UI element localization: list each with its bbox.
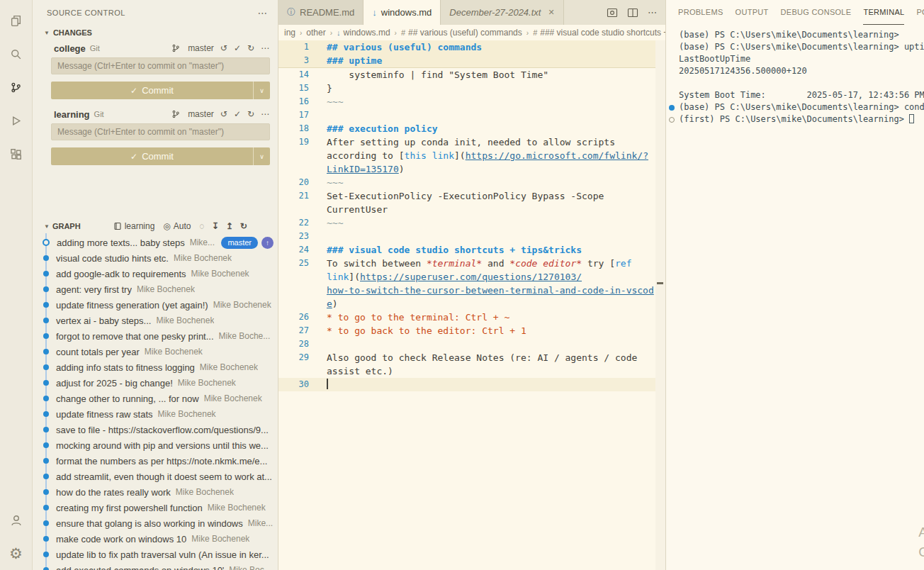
- more-actions-icon[interactable]: ⋯: [258, 7, 269, 18]
- push-icon[interactable]: ↥: [226, 221, 233, 231]
- terminal-text: (base) PS C:\Users\mike\Documents\learni…: [679, 30, 899, 40]
- code-segment: LinkID=135170: [327, 164, 399, 174]
- editor[interactable]: 1## various (useful) commands3### uptime…: [278, 40, 665, 570]
- breadcrumb-item[interactable]: other: [306, 28, 325, 38]
- commit-dot: [43, 442, 49, 448]
- commit-row[interactable]: update fitness raw statsMike Bochenek: [33, 406, 278, 422]
- graph-ref-picker[interactable]: ◎ Auto: [163, 221, 191, 231]
- tab-windows.md[interactable]: ↓windows.md: [364, 0, 441, 25]
- changes-section-header[interactable]: ▼ CHANGES: [33, 25, 278, 40]
- tab-December-27-2024.txt[interactable]: December-27-2024.txt✕: [441, 0, 563, 25]
- line-content: how-to-switch-the-cursor-between-termina…: [327, 284, 654, 297]
- remote-badge-icon[interactable]: ↑: [261, 237, 274, 249]
- refresh-icon[interactable]: ↻: [240, 221, 247, 231]
- commit-message-input[interactable]: [51, 57, 270, 74]
- commit-message-input[interactable]: [51, 123, 270, 140]
- activity-explorer-icon[interactable]: [0, 4, 33, 38]
- sync-icon[interactable]: ↺: [220, 109, 227, 119]
- terminal[interactable]: (base) PS C:\Users\mike\Documents\learni…: [666, 25, 924, 570]
- code-line: how-to-switch-the-cursor-between-termina…: [278, 284, 655, 297]
- commit-author: Mike Bochenek: [156, 315, 214, 325]
- commit-row[interactable]: make code work on windows 10Mike Bochene…: [33, 531, 278, 547]
- activity-run-debug-icon[interactable]: [0, 104, 33, 138]
- commit-author: Mike...: [248, 518, 273, 528]
- commit-row[interactable]: add google-adk to requirementsMike Boche…: [33, 266, 278, 281]
- commit-row[interactable]: creating my first powershell functionMik…: [33, 500, 278, 515]
- commit-row[interactable]: change other to running, ... for nowMike…: [33, 391, 278, 406]
- more-actions-icon[interactable]: ⋯: [648, 7, 657, 18]
- commit-row[interactable]: vertex ai - baby steps...Mike Bochenek: [33, 313, 278, 328]
- repo-row-college[interactable]: college Git master ↺ ✓ ↻ ⋯: [33, 40, 278, 56]
- breadcrumb-item[interactable]: ↓windows.md: [337, 28, 390, 38]
- terminal-text: (base) PS C:\Users\mike\Documents\learni…: [679, 42, 924, 52]
- activity-settings-icon[interactable]: ⚙: [0, 537, 33, 570]
- refresh-icon[interactable]: ↻: [247, 43, 254, 53]
- code-segment: and: [482, 258, 509, 269]
- tab-label: README.md: [300, 7, 354, 18]
- commit-row[interactable]: how do the rates really workMike Bochene…: [33, 484, 278, 500]
- code-area[interactable]: 1## various (useful) commands3### uptime…: [278, 40, 655, 570]
- panel-tab-terminal[interactable]: TERMINAL: [863, 0, 904, 25]
- tab-README.md[interactable]: ⓘREADME.md: [278, 0, 364, 25]
- commit-row[interactable]: save to file - https://stackoverflow.com…: [33, 422, 278, 437]
- more-actions-icon[interactable]: ⋯: [261, 43, 269, 53]
- commit-row[interactable]: update fitness generation (yet again!)Mi…: [33, 297, 278, 313]
- panel-tab-problems[interactable]: PROBLEMS: [678, 0, 723, 25]
- commit-row[interactable]: ensure that golang is also working in wi…: [33, 515, 278, 531]
- split-editor-icon[interactable]: [627, 7, 638, 18]
- commit-row[interactable]: visual code studio hints etc.Mike Bochen…: [33, 250, 278, 266]
- code-segment: try [: [582, 258, 615, 269]
- sync-icon[interactable]: ↺: [220, 43, 227, 53]
- more-actions-icon[interactable]: ⋯: [261, 109, 269, 119]
- info-icon: ⓘ: [287, 6, 295, 18]
- breadcrumb-item[interactable]: #### visual code studio shortcuts + tips…: [533, 28, 665, 38]
- activity-extensions-icon[interactable]: [0, 138, 33, 171]
- vscode-window: ⚙ SOURCE CONTROL ⋯ ▼ CHANGES college Git…: [0, 0, 924, 570]
- commit-button[interactable]: ✓ Commit ∨: [51, 147, 270, 165]
- panel-tab-output[interactable]: OUTPUT: [736, 0, 769, 25]
- branch-badge[interactable]: master: [221, 237, 258, 249]
- markdown-file-icon: ↓: [337, 28, 341, 37]
- check-icon: ✓: [130, 86, 137, 96]
- commit-row[interactable]: add executed commands on windows 10'Mike…: [33, 562, 278, 570]
- graph-filter-icon[interactable]: ◌: [200, 221, 205, 231]
- commit-row[interactable]: update lib to fix path traversal vuln (A…: [33, 547, 278, 562]
- commit-row[interactable]: adjust for 2025 - big change!Mike Bochen…: [33, 375, 278, 391]
- activity-accounts-icon[interactable]: [0, 503, 33, 537]
- commit-dot: [43, 318, 49, 323]
- breadcrumb-item[interactable]: ### various (useful) commands: [401, 28, 522, 38]
- activity-source-control-icon[interactable]: [0, 71, 33, 104]
- graph-section-header[interactable]: ▼ GRAPH learning ◎ Auto ◌ ↧ ↥ ↻: [33, 219, 278, 233]
- commit-dropdown-chevron-icon[interactable]: ∨: [253, 147, 270, 165]
- commit-row[interactable]: adding more texts... baby stepsMike...ma…: [33, 235, 278, 250]
- commit-row[interactable]: format the numbers as per https://note.n…: [33, 453, 278, 469]
- commit-row[interactable]: agent: very first tryMike Bochenek: [33, 281, 278, 297]
- commit-row[interactable]: forgot to remove that one pesky print...…: [33, 328, 278, 344]
- commit-row[interactable]: mocking around with pip and versions unt…: [33, 437, 278, 453]
- open-preview-icon[interactable]: [607, 7, 618, 18]
- commit-row[interactable]: adding info stats to fitness loggingMike…: [33, 359, 278, 375]
- panel-tab-ports[interactable]: PORTS: [916, 0, 924, 25]
- breadcrumb-item[interactable]: ing: [284, 28, 295, 38]
- commit-check-icon[interactable]: ✓: [234, 43, 241, 53]
- panel-tab-debug-console[interactable]: DEBUG CONSOLE: [781, 0, 852, 25]
- close-icon[interactable]: ✕: [548, 8, 554, 17]
- repo-row-learning[interactable]: learning Git master ↺ ✓ ↻ ⋯: [33, 106, 278, 122]
- commit-button[interactable]: ✓ Commit ∨: [51, 82, 270, 99]
- commit-row[interactable]: count totals per yearMike Bochenek: [33, 344, 278, 359]
- branch-name[interactable]: master: [188, 109, 214, 119]
- terminal-line: (base) PS C:\Users\mike\Documents\learni…: [666, 101, 924, 113]
- source-control-sidebar: SOURCE CONTROL ⋯ ▼ CHANGES college Git m…: [33, 0, 278, 570]
- code-segment: * to go to the terminal: Ctrl + ~: [327, 312, 509, 323]
- commit-dropdown-chevron-icon[interactable]: ∨: [253, 82, 270, 99]
- graph-repo-picker[interactable]: learning: [113, 221, 155, 231]
- commit-check-icon[interactable]: ✓: [234, 109, 241, 119]
- commit-row[interactable]: add streamlit, even though it doest seem…: [33, 469, 278, 484]
- refresh-icon[interactable]: ↻: [247, 109, 254, 119]
- line-content: ### visual code studio shortcuts + tips&…: [327, 243, 582, 257]
- fetch-icon[interactable]: ↧: [212, 221, 219, 231]
- command-pending-dot: [669, 117, 675, 123]
- editor-scrollbar[interactable]: [655, 40, 665, 570]
- branch-name[interactable]: master: [188, 43, 214, 53]
- activity-search-icon[interactable]: [0, 38, 33, 71]
